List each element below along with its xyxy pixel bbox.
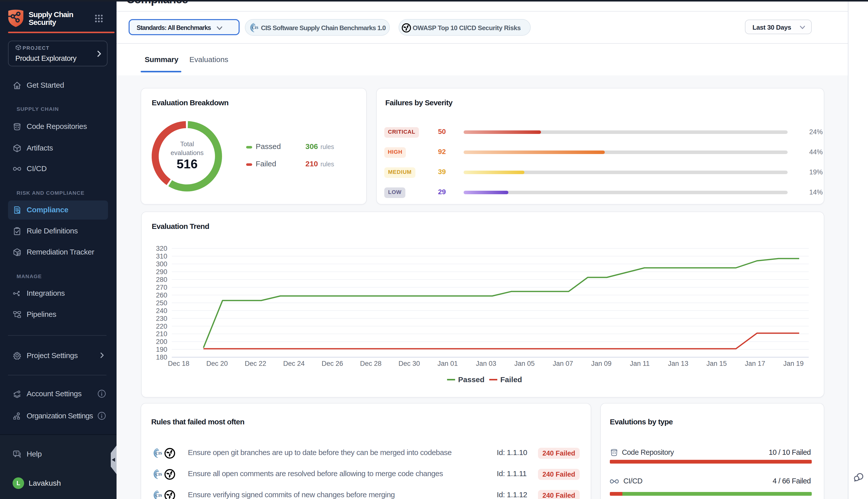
svg-text:270: 270 (156, 284, 167, 291)
svg-text:Dec 24: Dec 24 (283, 360, 305, 367)
svg-text:Failed: Failed (500, 375, 522, 384)
svg-text:260: 260 (156, 291, 167, 299)
svg-text:Jan 19: Jan 19 (783, 360, 804, 367)
svg-text:250: 250 (156, 299, 167, 307)
svg-text:Jan 15: Jan 15 (707, 360, 727, 367)
svg-text:280: 280 (156, 276, 167, 283)
svg-text:Jan 05: Jan 05 (514, 360, 535, 367)
svg-text:?: ? (15, 451, 17, 455)
svg-text:180: 180 (156, 354, 167, 361)
svg-text:320: 320 (156, 245, 167, 252)
svg-text:190: 190 (156, 346, 167, 353)
svg-text:Dec 18: Dec 18 (168, 360, 189, 367)
svg-text:220: 220 (156, 322, 167, 330)
svg-text:Dec 26: Dec 26 (322, 360, 343, 367)
svg-text:290: 290 (156, 268, 167, 276)
svg-text:Dec 20: Dec 20 (206, 360, 228, 367)
svg-text:CIS: CIS (252, 26, 258, 30)
svg-text:300: 300 (156, 260, 167, 268)
svg-text:Passed: Passed (458, 375, 484, 384)
svg-text:CIS: CIS (156, 472, 162, 476)
svg-text:310: 310 (156, 253, 167, 260)
svg-text:Jan 09: Jan 09 (591, 360, 611, 367)
svg-text:Jan 07: Jan 07 (553, 360, 573, 367)
svg-text:200: 200 (156, 338, 167, 345)
svg-text:Dec 30: Dec 30 (398, 360, 420, 367)
svg-text:CIS: CIS (156, 451, 162, 455)
svg-text:Jan 13: Jan 13 (668, 360, 689, 367)
svg-text:CIS: CIS (156, 493, 162, 498)
svg-text:240: 240 (156, 307, 167, 315)
svg-text:Jan 17: Jan 17 (745, 360, 765, 367)
svg-text:Jan 11: Jan 11 (630, 360, 650, 367)
svg-text:Dec 28: Dec 28 (360, 360, 382, 367)
svg-text:Jan 03: Jan 03 (476, 360, 496, 367)
svg-text:Jan 01: Jan 01 (437, 360, 458, 367)
svg-text:230: 230 (156, 315, 167, 322)
svg-text:210: 210 (156, 330, 167, 338)
svg-text:Dec 22: Dec 22 (245, 360, 266, 367)
